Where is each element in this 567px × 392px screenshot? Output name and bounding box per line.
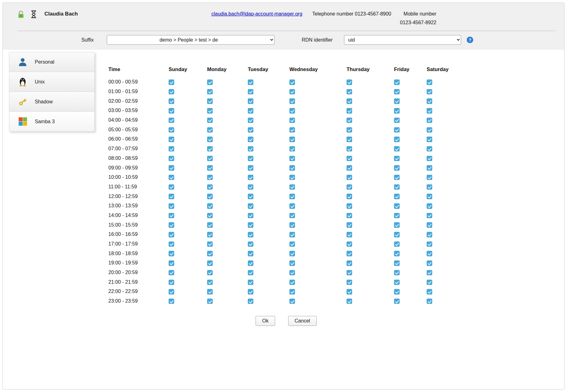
checkbox-wednesday-23:00[interactable] bbox=[289, 299, 295, 304]
checkbox-thursday-09:00[interactable] bbox=[347, 165, 352, 171]
checkbox-sunday-20:00[interactable] bbox=[169, 270, 174, 276]
checkbox-saturday-02:00[interactable] bbox=[427, 98, 432, 104]
checkbox-saturday-08:00[interactable] bbox=[427, 156, 432, 161]
checkbox-saturday-09:00[interactable] bbox=[427, 165, 432, 171]
checkbox-thursday-23:00[interactable] bbox=[347, 299, 352, 304]
checkbox-tuesday-13:00[interactable] bbox=[248, 203, 253, 209]
checkbox-monday-02:00[interactable] bbox=[207, 98, 213, 104]
checkbox-thursday-17:00[interactable] bbox=[347, 241, 352, 247]
checkbox-saturday-16:00[interactable] bbox=[427, 232, 432, 237]
checkbox-tuesday-20:00[interactable] bbox=[248, 270, 253, 276]
checkbox-friday-01:00[interactable] bbox=[394, 89, 400, 95]
checkbox-saturday-13:00[interactable] bbox=[427, 203, 432, 209]
checkbox-sunday-23:00[interactable] bbox=[169, 299, 174, 304]
checkbox-tuesday-06:00[interactable] bbox=[248, 137, 253, 142]
checkbox-thursday-12:00[interactable] bbox=[347, 194, 352, 199]
rdn-identifier-select[interactable]: uid bbox=[344, 35, 461, 45]
checkbox-wednesday-08:00[interactable] bbox=[289, 156, 295, 161]
checkbox-friday-11:00[interactable] bbox=[394, 184, 400, 190]
checkbox-sunday-15:00[interactable] bbox=[169, 222, 174, 228]
checkbox-sunday-04:00[interactable] bbox=[169, 118, 174, 123]
checkbox-saturday-05:00[interactable] bbox=[427, 127, 432, 133]
checkbox-thursday-18:00[interactable] bbox=[347, 251, 352, 256]
checkbox-friday-17:00[interactable] bbox=[394, 241, 400, 247]
checkbox-tuesday-16:00[interactable] bbox=[248, 232, 253, 237]
checkbox-thursday-15:00[interactable] bbox=[347, 222, 352, 228]
checkbox-tuesday-05:00[interactable] bbox=[248, 127, 253, 133]
checkbox-friday-06:00[interactable] bbox=[394, 137, 400, 142]
checkbox-friday-13:00[interactable] bbox=[394, 203, 400, 209]
checkbox-sunday-19:00[interactable] bbox=[169, 260, 174, 266]
checkbox-tuesday-21:00[interactable] bbox=[248, 280, 253, 285]
checkbox-friday-23:00[interactable] bbox=[394, 299, 400, 304]
checkbox-sunday-08:00[interactable] bbox=[169, 156, 174, 161]
suffix-select[interactable]: demo > People > test > de bbox=[107, 35, 274, 45]
unlock-icon[interactable] bbox=[18, 10, 24, 19]
checkbox-thursday-19:00[interactable] bbox=[347, 260, 352, 266]
checkbox-monday-08:00[interactable] bbox=[207, 156, 213, 161]
checkbox-wednesday-09:00[interactable] bbox=[289, 165, 295, 171]
sidebar-item-samba3[interactable]: Samba 3 bbox=[9, 112, 95, 132]
checkbox-friday-03:00[interactable] bbox=[394, 108, 400, 114]
checkbox-thursday-20:00[interactable] bbox=[347, 270, 352, 276]
checkbox-monday-06:00[interactable] bbox=[207, 137, 213, 142]
checkbox-tuesday-18:00[interactable] bbox=[248, 251, 253, 256]
checkbox-thursday-22:00[interactable] bbox=[347, 289, 352, 295]
checkbox-saturday-04:00[interactable] bbox=[427, 118, 432, 123]
checkbox-thursday-03:00[interactable] bbox=[347, 108, 352, 114]
checkbox-wednesday-12:00[interactable] bbox=[289, 194, 295, 199]
checkbox-sunday-10:00[interactable] bbox=[169, 175, 174, 180]
checkbox-wednesday-18:00[interactable] bbox=[289, 251, 295, 256]
checkbox-monday-20:00[interactable] bbox=[207, 270, 213, 276]
checkbox-saturday-23:00[interactable] bbox=[427, 299, 432, 304]
checkbox-friday-22:00[interactable] bbox=[394, 289, 400, 295]
checkbox-thursday-05:00[interactable] bbox=[347, 127, 352, 133]
checkbox-friday-21:00[interactable] bbox=[394, 280, 400, 285]
checkbox-friday-18:00[interactable] bbox=[394, 251, 400, 256]
checkbox-monday-14:00[interactable] bbox=[207, 213, 213, 219]
checkbox-monday-03:00[interactable] bbox=[207, 108, 213, 114]
checkbox-tuesday-01:00[interactable] bbox=[248, 89, 253, 95]
checkbox-thursday-02:00[interactable] bbox=[347, 98, 352, 104]
checkbox-wednesday-22:00[interactable] bbox=[289, 289, 295, 295]
checkbox-monday-05:00[interactable] bbox=[207, 127, 213, 133]
checkbox-wednesday-03:00[interactable] bbox=[289, 108, 295, 114]
checkbox-tuesday-02:00[interactable] bbox=[248, 98, 253, 104]
checkbox-monday-12:00[interactable] bbox=[207, 194, 213, 199]
checkbox-thursday-13:00[interactable] bbox=[347, 203, 352, 209]
checkbox-saturday-18:00[interactable] bbox=[427, 251, 432, 256]
checkbox-monday-07:00[interactable] bbox=[207, 146, 213, 152]
checkbox-monday-21:00[interactable] bbox=[207, 280, 213, 285]
checkbox-thursday-14:00[interactable] bbox=[347, 213, 352, 219]
checkbox-friday-00:00[interactable] bbox=[394, 79, 400, 85]
checkbox-friday-14:00[interactable] bbox=[394, 213, 400, 219]
checkbox-wednesday-01:00[interactable] bbox=[289, 89, 295, 95]
checkbox-tuesday-09:00[interactable] bbox=[248, 165, 253, 171]
checkbox-saturday-14:00[interactable] bbox=[427, 213, 432, 219]
checkbox-friday-20:00[interactable] bbox=[394, 270, 400, 276]
checkbox-monday-13:00[interactable] bbox=[207, 203, 213, 209]
checkbox-thursday-16:00[interactable] bbox=[347, 232, 352, 237]
checkbox-friday-05:00[interactable] bbox=[394, 127, 400, 133]
checkbox-monday-01:00[interactable] bbox=[207, 89, 213, 95]
checkbox-friday-09:00[interactable] bbox=[394, 165, 400, 171]
checkbox-monday-17:00[interactable] bbox=[207, 241, 213, 247]
checkbox-wednesday-05:00[interactable] bbox=[289, 127, 295, 133]
checkbox-sunday-07:00[interactable] bbox=[169, 146, 174, 152]
checkbox-wednesday-19:00[interactable] bbox=[289, 260, 295, 266]
sidebar-item-personal[interactable]: Personal bbox=[9, 52, 95, 72]
checkbox-tuesday-04:00[interactable] bbox=[248, 118, 253, 123]
ok-button[interactable]: Ok bbox=[256, 316, 275, 326]
checkbox-tuesday-22:00[interactable] bbox=[248, 289, 253, 295]
checkbox-sunday-09:00[interactable] bbox=[169, 165, 174, 171]
checkbox-friday-15:00[interactable] bbox=[394, 222, 400, 228]
checkbox-wednesday-11:00[interactable] bbox=[289, 184, 295, 190]
checkbox-tuesday-11:00[interactable] bbox=[248, 184, 253, 190]
checkbox-sunday-13:00[interactable] bbox=[169, 203, 174, 209]
checkbox-saturday-22:00[interactable] bbox=[427, 289, 432, 295]
checkbox-wednesday-10:00[interactable] bbox=[289, 175, 295, 180]
checkbox-sunday-11:00[interactable] bbox=[169, 184, 174, 190]
sidebar-item-unix[interactable]: Unix bbox=[9, 72, 95, 92]
checkbox-thursday-04:00[interactable] bbox=[347, 118, 352, 123]
checkbox-wednesday-13:00[interactable] bbox=[289, 203, 295, 209]
